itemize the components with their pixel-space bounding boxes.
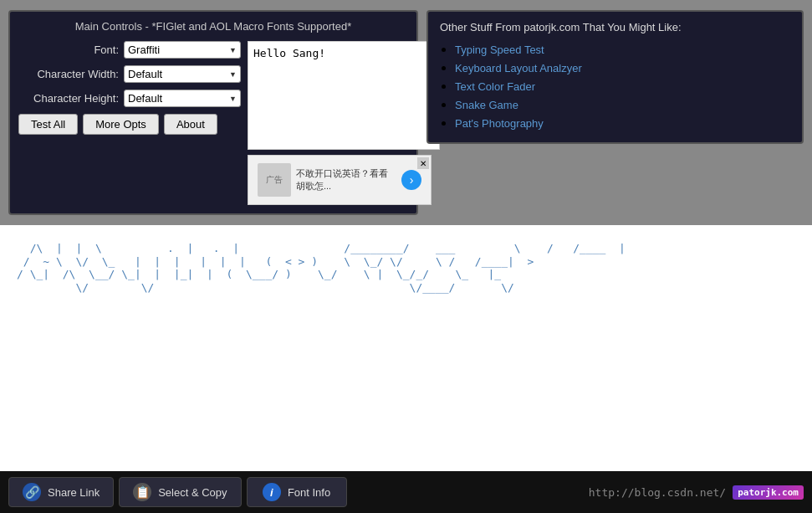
more-opts-button[interactable]: More Opts (83, 114, 159, 135)
ascii-art-area: /\ | | \ . | . | /________/ ___ \ / /___… (0, 225, 812, 471)
typing-speed-test-link[interactable]: Typing Speed Test (455, 44, 544, 56)
ad-content: 广告 不敢开口说英语？看看胡歌怎... › (258, 163, 421, 197)
keyboard-layout-link[interactable]: Keyboard Layout Analzyer (455, 62, 582, 74)
test-all-button[interactable]: Test All (18, 114, 78, 135)
list-item: Snake Game (455, 97, 790, 112)
controls-right-col: Hello Sang! ✕ 广告 不敢开口说英语？看看胡歌怎... › (248, 41, 440, 205)
share-link-button[interactable]: 🔗 Share Link (8, 477, 114, 507)
other-stuff-panel: Other Stuff From patorjk.com That You Mi… (426, 10, 804, 144)
font-select[interactable]: Graffiti Banner Block Bubble (124, 41, 241, 59)
char-width-select-wrapper[interactable]: Default Full Fitted (124, 65, 241, 83)
other-stuff-list: Typing Speed Test Keyboard Layout Analzy… (440, 42, 790, 131)
share-link-icon: 🔗 (23, 483, 41, 501)
top-area: Main Controls - *FIGlet and AOL Macro Fo… (0, 0, 812, 225)
about-button[interactable]: About (164, 114, 217, 135)
select-copy-button[interactable]: 📋 Select & Copy (119, 477, 241, 507)
char-width-label: Character Width: (18, 68, 119, 80)
char-height-select-wrapper[interactable]: Default Full Fitted (124, 90, 241, 107)
char-width-row: Character Width: Default Full Fitted (18, 65, 241, 83)
list-item: Text Color Fader (455, 79, 790, 94)
text-color-fader-link[interactable]: Text Color Fader (455, 80, 535, 93)
font-row: Font: Graffiti Banner Block Bubble (18, 41, 241, 59)
char-width-select[interactable]: Default Full Fitted (124, 65, 241, 83)
ad-arrow[interactable]: › (401, 170, 421, 190)
photography-link[interactable]: Pat's Photography (455, 117, 544, 130)
font-info-icon: i (263, 483, 281, 501)
char-height-select[interactable]: Default Full Fitted (124, 90, 241, 107)
snake-game-link[interactable]: Snake Game (455, 99, 518, 111)
text-preview-input[interactable]: Hello Sang! (248, 41, 440, 150)
ad-close-button[interactable]: ✕ (417, 157, 429, 169)
select-copy-icon: 📋 (133, 483, 151, 501)
font-label: Font: (18, 44, 119, 56)
ascii-art-display: /\ | | \ . | . | /________/ ___ \ / /___… (17, 242, 795, 294)
controls-left: Font: Graffiti Banner Block Bubble Chara… (18, 41, 241, 205)
advertisement: ✕ 广告 不敢开口说英语？看看胡歌怎... › (248, 155, 432, 205)
ad-text: 不敢开口说英语？看看胡歌怎... (296, 167, 396, 192)
ad-image: 广告 (258, 163, 291, 197)
other-stuff-title: Other Stuff From patorjk.com That You Mi… (440, 20, 790, 35)
buttons-row: Test All More Opts About (18, 114, 241, 135)
controls-body: Font: Graffiti Banner Block Bubble Chara… (18, 41, 408, 205)
font-select-wrapper[interactable]: Graffiti Banner Block Bubble (124, 41, 241, 59)
brand-badge: patorjk.com (733, 485, 804, 500)
share-link-label: Share Link (48, 486, 100, 499)
select-copy-label: Select & Copy (158, 486, 227, 499)
bottom-url-area: http://blog.csdn.net/ patorjk.com (589, 485, 804, 500)
font-info-label: Font Info (288, 486, 330, 499)
bottom-bar: 🔗 Share Link 📋 Select & Copy i Font Info… (0, 471, 812, 513)
list-item: Typing Speed Test (455, 42, 790, 57)
main-controls-panel: Main Controls - *FIGlet and AOL Macro Fo… (8, 10, 418, 215)
char-height-row: Character Height: Default Full Fitted (18, 90, 241, 107)
char-height-label: Character Height: (18, 92, 119, 105)
url-text: http://blog.csdn.net/ (589, 486, 726, 499)
font-info-button[interactable]: i Font Info (247, 477, 347, 507)
list-item: Pat's Photography (455, 115, 790, 131)
list-item: Keyboard Layout Analzyer (455, 60, 790, 75)
main-controls-title: Main Controls - *FIGlet and AOL Macro Fo… (18, 20, 408, 33)
